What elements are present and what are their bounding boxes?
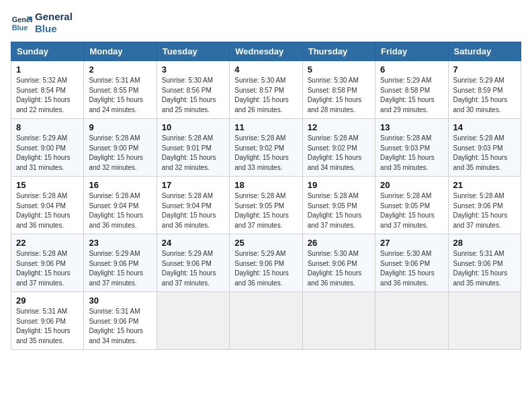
page-header: General Blue General Blue — [11, 11, 521, 35]
logo-subtext: Blue — [35, 23, 73, 35]
calendar-cell: 25Sunrise: 5:29 AMSunset: 9:06 PMDayligh… — [230, 234, 302, 292]
calendar-cell — [302, 292, 375, 350]
calendar-cell: 9Sunrise: 5:28 AMSunset: 9:00 PMDaylight… — [84, 119, 157, 177]
day-number: 22 — [16, 238, 79, 248]
day-content: Sunrise: 5:28 AMSunset: 9:00 PMDaylight:… — [89, 134, 151, 173]
calendar-table: SundayMondayTuesdayWednesdayThursdayFrid… — [11, 42, 521, 350]
day-content: Sunrise: 5:28 AMSunset: 9:05 PMDaylight:… — [234, 191, 297, 230]
weekday-header-saturday: Saturday — [448, 42, 521, 61]
day-number: 19 — [308, 180, 370, 190]
day-number: 20 — [380, 180, 443, 190]
day-content: Sunrise: 5:30 AMSunset: 9:06 PMDaylight:… — [308, 249, 370, 288]
calendar-cell: 22Sunrise: 5:28 AMSunset: 9:06 PMDayligh… — [11, 234, 84, 292]
calendar-cell: 18Sunrise: 5:28 AMSunset: 9:05 PMDayligh… — [230, 177, 302, 234]
day-content: Sunrise: 5:28 AMSunset: 9:04 PMDaylight:… — [162, 191, 224, 230]
day-number: 3 — [162, 64, 224, 75]
day-number: 28 — [453, 238, 516, 248]
day-content: Sunrise: 5:28 AMSunset: 9:03 PMDaylight:… — [453, 134, 516, 173]
day-number: 7 — [453, 64, 516, 75]
day-number: 10 — [162, 122, 224, 132]
weekday-header-tuesday: Tuesday — [157, 42, 229, 61]
day-number: 15 — [16, 180, 79, 190]
day-content: Sunrise: 5:30 AMSunset: 9:06 PMDaylight:… — [380, 249, 443, 288]
calendar-cell: 30Sunrise: 5:31 AMSunset: 9:06 PMDayligh… — [84, 292, 157, 350]
day-content: Sunrise: 5:28 AMSunset: 9:02 PMDaylight:… — [308, 134, 370, 173]
day-content: Sunrise: 5:29 AMSunset: 8:59 PMDaylight:… — [453, 76, 516, 115]
calendar-cell: 19Sunrise: 5:28 AMSunset: 9:05 PMDayligh… — [302, 177, 375, 234]
day-content: Sunrise: 5:29 AMSunset: 9:00 PMDaylight:… — [16, 134, 79, 173]
calendar-cell: 27Sunrise: 5:30 AMSunset: 9:06 PMDayligh… — [375, 234, 448, 292]
day-number: 9 — [89, 122, 151, 132]
day-number: 18 — [234, 180, 297, 190]
day-content: Sunrise: 5:28 AMSunset: 9:05 PMDaylight:… — [308, 191, 370, 230]
calendar-cell — [448, 292, 521, 350]
day-number: 14 — [453, 122, 516, 132]
calendar-cell: 10Sunrise: 5:28 AMSunset: 9:01 PMDayligh… — [157, 119, 229, 177]
calendar-cell — [230, 292, 302, 350]
calendar-cell: 20Sunrise: 5:28 AMSunset: 9:05 PMDayligh… — [375, 177, 448, 234]
logo-text: General — [35, 11, 73, 23]
weekday-header-wednesday: Wednesday — [230, 42, 302, 61]
calendar-cell: 7Sunrise: 5:29 AMSunset: 8:59 PMDaylight… — [448, 61, 521, 119]
day-number: 17 — [162, 180, 224, 190]
day-content: Sunrise: 5:30 AMSunset: 8:58 PMDaylight:… — [308, 76, 370, 115]
calendar-cell: 1Sunrise: 5:32 AMSunset: 8:54 PMDaylight… — [11, 61, 84, 119]
day-content: Sunrise: 5:32 AMSunset: 8:54 PMDaylight:… — [16, 76, 79, 115]
calendar-cell — [375, 292, 448, 350]
day-content: Sunrise: 5:29 AMSunset: 9:06 PMDaylight:… — [234, 249, 297, 288]
calendar-cell: 15Sunrise: 5:28 AMSunset: 9:04 PMDayligh… — [11, 177, 84, 234]
calendar-cell: 24Sunrise: 5:29 AMSunset: 9:06 PMDayligh… — [157, 234, 229, 292]
calendar-cell: 2Sunrise: 5:31 AMSunset: 8:55 PMDaylight… — [84, 61, 157, 119]
calendar-cell: 21Sunrise: 5:28 AMSunset: 9:06 PMDayligh… — [448, 177, 521, 234]
calendar-cell: 12Sunrise: 5:28 AMSunset: 9:02 PMDayligh… — [302, 119, 375, 177]
weekday-header-sunday: Sunday — [11, 42, 84, 61]
day-content: Sunrise: 5:28 AMSunset: 9:01 PMDaylight:… — [162, 134, 224, 173]
day-number: 24 — [162, 238, 224, 248]
day-number: 5 — [308, 64, 370, 75]
logo-icon: General Blue — [11, 12, 32, 34]
weekday-header-thursday: Thursday — [302, 42, 375, 61]
day-content: Sunrise: 5:28 AMSunset: 9:04 PMDaylight:… — [89, 191, 151, 230]
day-number: 6 — [380, 64, 443, 75]
day-number: 1 — [16, 64, 79, 75]
day-number: 23 — [89, 238, 151, 248]
day-content: Sunrise: 5:31 AMSunset: 9:06 PMDaylight:… — [453, 249, 516, 288]
day-content: Sunrise: 5:31 AMSunset: 9:06 PMDaylight:… — [16, 307, 79, 346]
calendar-cell: 16Sunrise: 5:28 AMSunset: 9:04 PMDayligh… — [84, 177, 157, 234]
day-content: Sunrise: 5:28 AMSunset: 9:03 PMDaylight:… — [380, 134, 443, 173]
calendar-cell — [157, 292, 229, 350]
day-content: Sunrise: 5:29 AMSunset: 9:06 PMDaylight:… — [89, 249, 151, 288]
day-content: Sunrise: 5:29 AMSunset: 8:58 PMDaylight:… — [380, 76, 443, 115]
calendar-cell: 6Sunrise: 5:29 AMSunset: 8:58 PMDaylight… — [375, 61, 448, 119]
day-number: 11 — [234, 122, 297, 132]
svg-text:Blue: Blue — [12, 24, 28, 32]
day-number: 8 — [16, 122, 79, 132]
calendar-cell: 4Sunrise: 5:30 AMSunset: 8:57 PMDaylight… — [230, 61, 302, 119]
day-number: 27 — [380, 238, 443, 248]
day-content: Sunrise: 5:28 AMSunset: 9:05 PMDaylight:… — [380, 191, 443, 230]
weekday-header-friday: Friday — [375, 42, 448, 61]
calendar-cell: 17Sunrise: 5:28 AMSunset: 9:04 PMDayligh… — [157, 177, 229, 234]
day-content: Sunrise: 5:31 AMSunset: 8:55 PMDaylight:… — [89, 76, 151, 115]
weekday-header-monday: Monday — [84, 42, 157, 61]
calendar-cell: 5Sunrise: 5:30 AMSunset: 8:58 PMDaylight… — [302, 61, 375, 119]
day-number: 4 — [234, 64, 297, 75]
day-number: 16 — [89, 180, 151, 190]
calendar-cell: 29Sunrise: 5:31 AMSunset: 9:06 PMDayligh… — [11, 292, 84, 350]
day-content: Sunrise: 5:28 AMSunset: 9:02 PMDaylight:… — [234, 134, 297, 173]
day-content: Sunrise: 5:29 AMSunset: 9:06 PMDaylight:… — [162, 249, 224, 288]
day-content: Sunrise: 5:28 AMSunset: 9:06 PMDaylight:… — [16, 249, 79, 288]
day-number: 30 — [89, 295, 151, 306]
day-content: Sunrise: 5:30 AMSunset: 8:56 PMDaylight:… — [162, 76, 224, 115]
day-number: 29 — [16, 295, 79, 306]
day-content: Sunrise: 5:28 AMSunset: 9:04 PMDaylight:… — [16, 191, 79, 230]
calendar-cell: 23Sunrise: 5:29 AMSunset: 9:06 PMDayligh… — [84, 234, 157, 292]
logo: General Blue General Blue — [11, 11, 73, 35]
day-number: 25 — [234, 238, 297, 248]
day-number: 2 — [89, 64, 151, 75]
calendar-cell: 13Sunrise: 5:28 AMSunset: 9:03 PMDayligh… — [375, 119, 448, 177]
calendar-cell: 8Sunrise: 5:29 AMSunset: 9:00 PMDaylight… — [11, 119, 84, 177]
day-number: 13 — [380, 122, 443, 132]
day-content: Sunrise: 5:30 AMSunset: 8:57 PMDaylight:… — [234, 76, 297, 115]
day-number: 26 — [308, 238, 370, 248]
